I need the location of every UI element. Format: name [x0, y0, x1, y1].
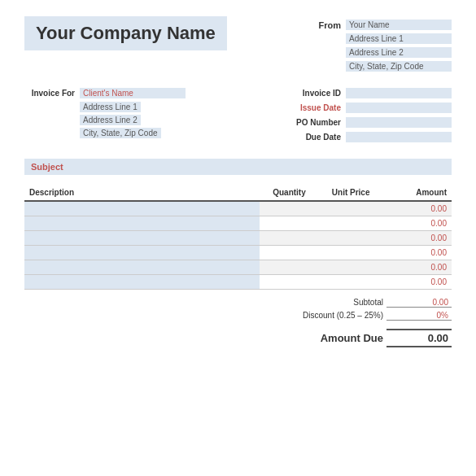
invoice-table: Description Quantity Unit Price Amount 0…	[24, 185, 452, 290]
addr2-row: Address Line 2	[24, 115, 186, 124]
invoice-id-value[interactable]	[346, 88, 452, 98]
row-desc[interactable]	[24, 260, 260, 274]
row-qty[interactable]	[260, 201, 311, 216]
from-addr1-row: Address Line 1	[317, 33, 452, 44]
row-unit[interactable]	[311, 245, 375, 260]
subject-label: Subject	[31, 162, 63, 172]
row-amount: 0.00	[375, 201, 452, 216]
col-amount: Amount	[375, 185, 452, 201]
row-qty[interactable]	[260, 274, 311, 289]
subject-bar: Subject	[24, 159, 452, 175]
client-addr2-value[interactable]: Address Line 2	[80, 115, 141, 125]
row-amount: 0.00	[375, 216, 452, 230]
subtotal-label: Subtotal	[286, 298, 383, 307]
row-amount: 0.00	[375, 260, 452, 274]
table-row[interactable]: 0.00	[24, 216, 452, 230]
amount-due-row: Amount Due 0.00	[286, 329, 452, 347]
row-unit[interactable]	[311, 274, 375, 289]
from-block: From Your Name Address Line 1 Address Li…	[317, 20, 452, 72]
header: Your Company Name From Your Name Address…	[24, 16, 452, 72]
table-row[interactable]: 0.00	[24, 274, 452, 289]
from-name-value[interactable]: Your Name	[346, 20, 452, 30]
from-addr2-value[interactable]: Address Line 2	[346, 47, 452, 58]
city-row: City, State, Zip Code	[24, 128, 186, 138]
due-date-value[interactable]	[346, 132, 452, 142]
invoice-for-section: Invoice For Client's Name Address Line 1…	[24, 88, 452, 142]
from-addr2-row: Address Line 2	[317, 47, 452, 58]
row-qty[interactable]	[260, 260, 311, 274]
discount-label: Discount (0.25 – 25%)	[286, 311, 383, 320]
invoice-id-label: Invoice ID	[284, 89, 341, 98]
invoice-for-label: Invoice For	[24, 89, 75, 98]
invoice-for-row: Invoice For Client's Name	[24, 88, 186, 98]
col-description: Description	[24, 185, 260, 201]
row-desc[interactable]	[24, 274, 260, 289]
row-unit[interactable]	[311, 201, 375, 216]
table-row[interactable]: 0.00	[24, 230, 452, 245]
row-desc[interactable]	[24, 201, 260, 216]
row-qty[interactable]	[260, 216, 311, 230]
issue-date-row: Issue Date	[284, 103, 452, 113]
addr1-row: Address Line 1	[24, 102, 186, 111]
client-name-value[interactable]: Client's Name	[80, 88, 186, 98]
row-qty[interactable]	[260, 245, 311, 260]
from-city-value[interactable]: City, State, Zip Code	[346, 61, 452, 72]
subtotal-row: Subtotal 0.00	[286, 298, 452, 308]
discount-value: 0%	[386, 311, 452, 321]
row-qty[interactable]	[260, 230, 311, 245]
invoice-for-block: Invoice For Client's Name Address Line 1…	[24, 88, 186, 142]
row-amount: 0.00	[375, 230, 452, 245]
col-quantity: Quantity	[260, 185, 311, 201]
row-desc[interactable]	[24, 245, 260, 260]
from-addr1-value[interactable]: Address Line 1	[346, 33, 452, 44]
client-addr1-value[interactable]: Address Line 1	[80, 102, 141, 112]
client-city-value[interactable]: City, State, Zip Code	[80, 128, 161, 138]
row-unit[interactable]	[311, 230, 375, 245]
from-city-row: City, State, Zip Code	[317, 61, 452, 72]
invoice-id-row: Invoice ID	[284, 88, 452, 98]
invoice-details-block: Invoice ID Issue Date PO Number Due Date	[284, 88, 452, 142]
row-amount: 0.00	[375, 245, 452, 260]
issue-date-value[interactable]	[346, 103, 452, 113]
from-label: From	[317, 20, 341, 30]
company-name[interactable]: Your Company Name	[24, 16, 227, 50]
due-date-label: Due Date	[284, 133, 341, 142]
table-row[interactable]: 0.00	[24, 245, 452, 260]
col-unit-price: Unit Price	[311, 185, 375, 201]
subtotal-value: 0.00	[386, 298, 452, 308]
from-name-row: From Your Name	[317, 20, 452, 30]
table-row[interactable]: 0.00	[24, 201, 452, 216]
row-amount: 0.00	[375, 274, 452, 289]
table-header-row: Description Quantity Unit Price Amount	[24, 185, 452, 201]
po-number-row: PO Number	[284, 117, 452, 128]
po-number-label: PO Number	[284, 118, 341, 127]
discount-row: Discount (0.25 – 25%) 0%	[286, 311, 452, 321]
row-desc[interactable]	[24, 216, 260, 230]
issue-date-label: Issue Date	[284, 103, 341, 112]
po-number-value[interactable]	[346, 117, 452, 128]
totals-section: Subtotal 0.00 Discount (0.25 – 25%) 0% A…	[24, 298, 452, 347]
subject-section: Subject	[24, 159, 452, 175]
row-unit[interactable]	[311, 216, 375, 230]
row-unit[interactable]	[311, 260, 375, 274]
due-date-row: Due Date	[284, 132, 452, 142]
row-desc[interactable]	[24, 230, 260, 245]
table-row[interactable]: 0.00	[24, 260, 452, 274]
amount-due-label: Amount Due	[286, 332, 383, 344]
amount-due-value: 0.00	[386, 329, 452, 347]
